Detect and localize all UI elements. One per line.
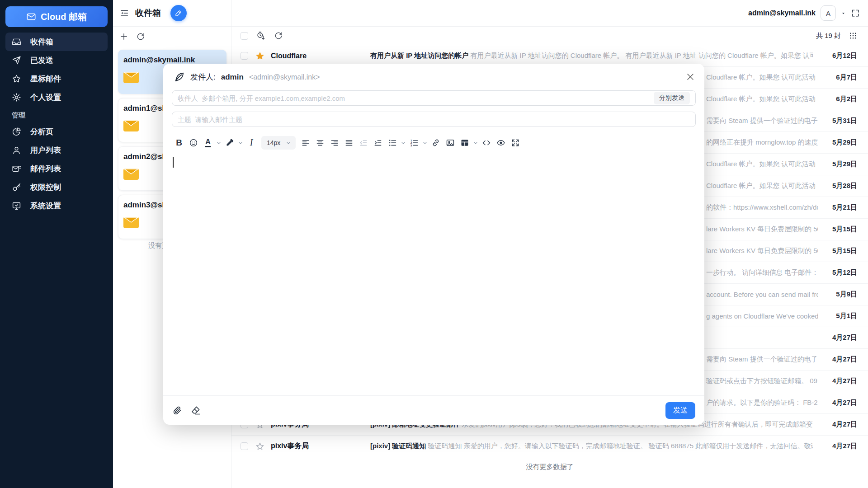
sidebar-item-monitor[interactable]: 系统设置 [5,197,108,215]
sidebar-item-label: 用户列表 [30,145,61,155]
avatar[interactable]: A [821,5,836,21]
grid-view-icon[interactable] [849,32,857,40]
emoji-icon [189,138,198,147]
quill-icon [173,71,185,83]
chevron-down-icon[interactable] [400,136,407,150]
eye-button[interactable] [494,136,508,150]
row-sender: Cloudflare [271,52,370,60]
editor-toolbar: BAI14px123 [172,132,696,153]
subject-input[interactable] [178,116,690,123]
separate-send-button[interactable]: 分别发送 [654,92,690,104]
sort-by-time-icon[interactable] [256,31,266,41]
sidebar-item-label: 系统设置 [30,201,61,211]
sidebar-item-key[interactable]: 权限控制 [5,178,108,197]
italic-icon: I [250,137,253,148]
highlight-button[interactable] [222,136,237,150]
ordered-list-button[interactable]: 123 [407,136,421,150]
compose-body[interactable] [172,154,696,395]
expand-button[interactable] [508,136,523,150]
attachment-icon[interactable] [172,405,182,415]
monitor-icon [12,201,21,211]
refresh-list-button[interactable] [274,31,283,40]
fullscreen-icon[interactable] [851,9,860,18]
row-preview-fragment: 一步行动。 访问详细信息 电子邮件：admin... [706,268,818,277]
align-center-button[interactable] [313,136,327,150]
sidebar-item-label: 收件箱 [30,37,53,47]
sidebar-item-gear[interactable]: 个人设置 [5,88,108,107]
brand-logo-button[interactable]: Cloud 邮箱 [5,6,108,27]
send-button[interactable]: 发送 [665,402,695,419]
row-checkbox[interactable] [241,52,248,60]
close-icon[interactable] [685,72,695,82]
sidebar-item-send[interactable]: 已发送 [5,51,108,70]
mail-app: Cloud 邮箱 收件箱已发送星标邮件个人设置管理分析页用户列表邮件列表权限控制… [0,0,868,488]
chevron-down-icon[interactable] [237,136,244,150]
from-address: <admin@skymail.ink> [249,73,320,81]
star-icon[interactable] [255,442,264,451]
row-date: 5月9日 [820,290,857,299]
font-color-button[interactable]: A [201,136,215,150]
mail-row[interactable]: pixiv事务局[pixiv] 验证码通知 验证码通知 亲爱的用户，您好。请输入… [231,436,868,457]
image-button[interactable] [443,136,458,150]
sidebar-item-user[interactable]: 用户列表 [5,141,108,160]
sidebar-item-inbox[interactable]: 收件箱 [5,33,108,51]
row-checkbox[interactable] [241,442,248,450]
indent-button[interactable] [371,136,385,150]
sidebar-item-pie[interactable]: 分析页 [5,122,108,141]
indent-icon [373,138,382,147]
bold-button[interactable]: B [172,136,186,150]
chevron-icon [421,139,429,146]
menu-fold-icon[interactable] [119,8,129,18]
compose-button[interactable] [170,5,187,21]
total-count-label: 共 19 封 [816,32,841,40]
align-center-icon [316,138,325,147]
outdent-button [356,136,371,150]
row-preview-fragment: account. Before you can send mail from a… [706,291,818,298]
bullet-list-icon [388,138,397,147]
emoji-button[interactable] [186,136,201,150]
chevron-down-icon[interactable] [472,136,479,150]
font-size-select[interactable]: 14px [261,136,296,150]
chevron-down-icon[interactable] [841,11,846,16]
chevron-down-icon[interactable] [421,136,429,150]
compose-footer: 发送 [163,395,704,425]
eraser-icon[interactable] [190,405,201,416]
table-icon [460,138,469,147]
row-preview-fragment: g agents on Cloudflare We've cooked up a… [706,312,818,320]
align-left-button[interactable] [298,136,313,150]
row-date: 4月27日 [820,399,857,407]
row-date: 5月28日 [820,182,857,190]
row-date: 5月29日 [820,138,857,147]
select-all-checkbox[interactable] [241,32,248,40]
align-left-icon [301,138,310,147]
sidebar-item-label: 权限控制 [30,182,61,192]
row-subject: [pixiv] 验证码通知 [370,442,426,450]
row-date: 4月27日 [820,442,857,450]
recipients-input[interactable] [178,94,649,102]
italic-button[interactable]: I [244,136,259,150]
row-text: 有用户从新 IP 地址访问您的帐户 有用户最近从新 IP 地址访问您的 Clou… [370,52,813,60]
bullet-list-button[interactable] [385,136,400,150]
list-toolbar: 共 19 封 [231,27,868,45]
link-button[interactable] [429,136,443,150]
sidebar-item-star[interactable]: 星标邮件 [5,70,108,88]
star-icon[interactable] [255,52,264,61]
sidebar-section-label: 管理 [5,107,108,122]
row-date: 5月31日 [820,117,857,125]
align-right-button[interactable] [327,136,342,150]
code-button[interactable] [479,136,494,150]
table-button[interactable] [458,136,472,150]
align-justify-button[interactable] [342,136,356,150]
row-date: 6月7日 [820,73,857,82]
chevron-down-icon[interactable] [215,136,222,150]
refresh-mailboxes-button[interactable] [136,32,145,41]
sidebar-item-mail-list[interactable]: 邮件列表 [5,160,108,178]
add-mailbox-button[interactable] [119,32,128,41]
chevron-icon [215,139,222,146]
sidebar-item-label: 星标邮件 [30,74,61,84]
row-date: 6月12日 [820,52,857,60]
row-date: 5月12日 [820,268,857,277]
link-icon [431,138,440,147]
sidebar: Cloud 邮箱 收件箱已发送星标邮件个人设置管理分析页用户列表邮件列表权限控制… [0,0,113,488]
row-date: 5月15日 [820,225,857,234]
